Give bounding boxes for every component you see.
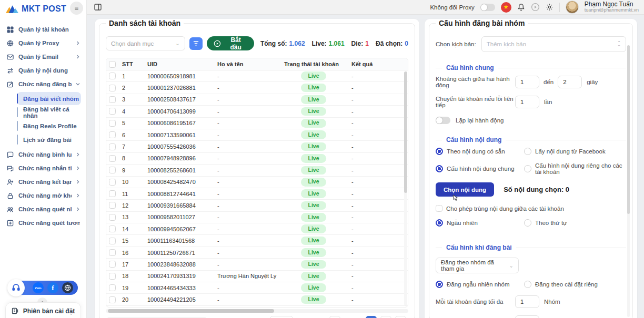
sidebar-subitem-post-personal[interactable]: Đăng bài viết cá nhân (17, 106, 81, 119)
sidebar-item-scan-interaction[interactable]: Chức năng quét tương tác (3, 216, 83, 230)
row-checkbox[interactable] (109, 202, 116, 209)
scrollbar-thumb[interactable] (108, 309, 274, 313)
start-button[interactable]: Bắt đầu (207, 36, 254, 50)
page-2-button[interactable] (380, 316, 391, 318)
avatar[interactable] (566, 1, 579, 14)
radio-random[interactable] (436, 219, 443, 227)
page-size-select[interactable] (270, 316, 293, 318)
sidebar-item-unlock[interactable]: Chức năng mở khoá (3, 189, 83, 202)
user-info[interactable]: Phạm Ngọc Tuấn tuanpn@phanmemmkt.vn (585, 1, 639, 13)
category-select[interactable]: Chọn danh mục ⌄ (106, 36, 185, 50)
table-row[interactable]: 18 100024170931319 Trương Hàn Nguyệt Ly … (106, 271, 408, 282)
table-row[interactable]: 8 100007948928896 - Live - (106, 153, 408, 165)
select-all-checkbox[interactable] (109, 61, 116, 68)
proxy-toggle[interactable] (480, 4, 495, 11)
sidebar-item-email[interactable]: Quản lý Email (3, 50, 83, 64)
sidebar-collapse-button[interactable]: ≡ (70, 2, 83, 15)
choose-content-button[interactable]: Chọn nội dung (436, 182, 494, 197)
row-checkbox[interactable] (109, 167, 116, 173)
scenario-select[interactable]: Thêm kịch bản ⌃⌄ (481, 36, 626, 52)
table-row[interactable]: 5 100006086195167 - Live - (106, 118, 408, 129)
row-checkbox[interactable] (109, 96, 116, 103)
sidebar-subitem-post-reels[interactable]: Đăng Reels Profile (17, 119, 81, 132)
sidebar-item-friend[interactable]: Chức năng kết bạn (3, 175, 83, 189)
table-row[interactable]: 17 100023848632088 - Live - (106, 259, 408, 270)
row-checkbox[interactable] (109, 190, 116, 197)
radio-content-facebook[interactable] (524, 148, 531, 155)
table-row[interactable]: 9 100008255268601 - Live - (106, 165, 408, 176)
facebook-icon[interactable]: f (47, 282, 58, 293)
row-checkbox[interactable] (109, 85, 116, 91)
sidebar-item-posting[interactable]: Chức năng đăng bài (3, 77, 83, 91)
gap-to-input[interactable]: 2 (558, 76, 582, 88)
table-vertical-scrollbar[interactable] (404, 71, 407, 305)
row-checkbox[interactable] (109, 225, 116, 232)
table-row[interactable]: 14 100009945062067 - Live - (106, 223, 408, 235)
sidebar-item-comment[interactable]: Chức năng bình luận (3, 148, 83, 161)
table-row[interactable]: 1 100000650918981 - Live - (106, 70, 408, 82)
table-row[interactable]: 3 100002508437617 - Live - (106, 94, 408, 106)
repeat-action-toggle[interactable] (436, 117, 450, 124)
table-row[interactable]: 13 100009582011027 - Live - (106, 212, 408, 223)
error-switch-input[interactable]: 1 (515, 96, 539, 108)
row-checkbox[interactable] (109, 143, 116, 150)
row-checkbox[interactable] (109, 273, 116, 280)
table-row[interactable]: 19 100024465434333 - Live - (106, 282, 408, 294)
row-checkbox[interactable] (109, 155, 116, 162)
table-row[interactable]: 11 100008812744641 - Live - (106, 188, 408, 200)
version-settings[interactable]: Phiên bản cài đặt (5, 302, 81, 318)
post-mode-select[interactable]: Đăng theo nhóm đã tham gia ⌄ (436, 258, 519, 273)
radio-content-separate[interactable] (524, 165, 531, 172)
page-1-button[interactable] (366, 316, 377, 318)
support-headset-icon[interactable] (7, 279, 25, 296)
table-row[interactable]: 16 100011250726671 - Live - (106, 247, 408, 259)
panel-scrollbar[interactable] (627, 45, 630, 317)
table-row[interactable]: 21 Live (106, 306, 408, 307)
radio-content-common[interactable] (436, 165, 443, 172)
sidebar-subitem-post-history[interactable]: Lịch sử đăng bài (17, 133, 81, 146)
total-posts-input[interactable]: 1 (515, 315, 539, 318)
scrollbar-thumb[interactable] (627, 45, 630, 214)
row-checkbox[interactable] (109, 214, 116, 221)
play-circle-icon[interactable] (531, 3, 540, 12)
radio-in-order[interactable] (524, 219, 531, 227)
filter-button[interactable] (189, 37, 203, 50)
gear-icon[interactable] (546, 3, 554, 11)
table-row[interactable]: 12 100009391665884 - Live - (106, 200, 408, 211)
bell-icon[interactable] (517, 3, 525, 11)
table-row[interactable]: 15 100011163401568 - Live - (106, 235, 408, 247)
max-groups-input[interactable]: 1 (515, 295, 539, 308)
row-checkbox[interactable] (109, 261, 116, 268)
row-checkbox[interactable] (109, 249, 116, 256)
sidebar-item-proxy[interactable]: Quản lý Proxy (3, 36, 83, 50)
radio-custom-settings[interactable] (524, 281, 531, 288)
row-checkbox[interactable] (109, 296, 116, 303)
table-row[interactable]: 10 100008425482470 - Live - (106, 177, 408, 188)
row-checkbox[interactable] (109, 131, 116, 138)
sidebar-item-accounts[interactable]: Quản lý tài khoản (3, 23, 83, 36)
radio-content-available[interactable] (436, 148, 443, 155)
zalo-icon[interactable]: Zalo (33, 282, 44, 293)
sidebar-item-message[interactable]: Chức năng nhắn tin (3, 161, 83, 175)
row-checkbox[interactable] (109, 120, 116, 127)
table-row[interactable]: 20 100024494221205 - Live - (106, 294, 408, 305)
sidebar-item-content[interactable]: Quản lý nội dung (3, 64, 83, 77)
table-row[interactable]: 2 100001237026881 - Live - (106, 82, 408, 94)
row-checkbox[interactable] (109, 284, 116, 291)
page-prev-button[interactable] (329, 316, 340, 318)
table-row[interactable]: 6 100007133590061 - Live - (106, 129, 408, 141)
gap-from-input[interactable]: 1 (515, 76, 539, 88)
radio-random-group[interactable] (436, 281, 443, 288)
panel-layout-icon[interactable] (94, 4, 102, 11)
table-row[interactable]: 7 100007555426036 - Live - (106, 141, 408, 152)
row-checkbox[interactable] (109, 73, 116, 79)
table-row[interactable]: 4 100004706413099 - Live - (106, 106, 408, 117)
row-checkbox[interactable] (109, 108, 116, 115)
page-next-button[interactable] (395, 316, 406, 318)
row-checkbox[interactable] (109, 238, 116, 244)
star-badge-icon[interactable]: ★ (501, 2, 511, 13)
sidebar-subitem-post-group[interactable]: Đăng bài viết nhóm (17, 92, 81, 105)
allow-duplicate-checkbox[interactable] (436, 205, 442, 212)
globe-icon[interactable] (62, 282, 73, 293)
sidebar-item-scan-group[interactable]: Chức năng quét nhóm (3, 202, 83, 216)
